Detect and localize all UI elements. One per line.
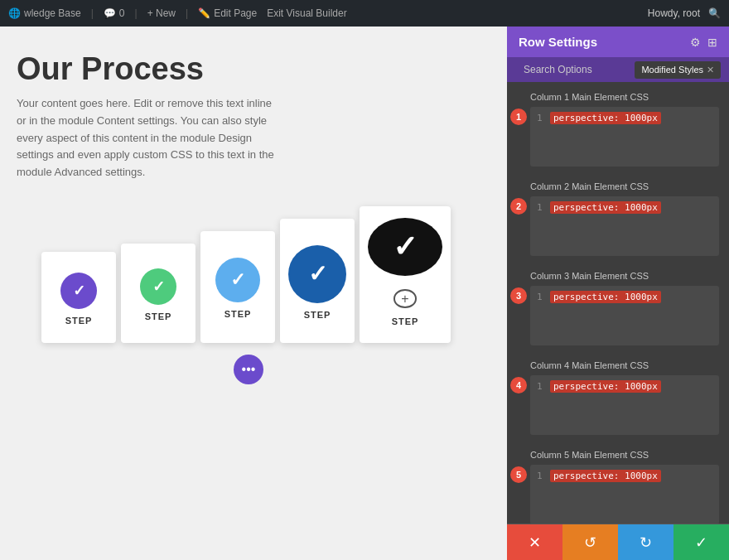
row-settings-panel: Row Settings ⚙ ⊞ Search Options Modified… [507, 27, 729, 560]
canvas: Our Process Your content goes here. Edit… [0, 27, 507, 560]
redo-icon: ↻ [640, 533, 652, 552]
comment-icon: 💬 [104, 7, 116, 19]
css-editor-1[interactable]: 1perspective: 1000px [530, 107, 719, 167]
panel-title: Row Settings [519, 35, 597, 49]
css-code-line-1: 1perspective: 1000px [537, 112, 712, 124]
add-row-button[interactable]: ••• [234, 355, 263, 384]
css-code-line-4: 1perspective: 1000px [537, 380, 712, 393]
wp-icon: 🌐 [8, 7, 21, 19]
step-card-4[interactable]: ✓ STEP [280, 219, 355, 343]
separator1: | [91, 7, 94, 19]
new-button[interactable]: + New [147, 7, 176, 19]
column-section-2: 2Column 2 Main Element CSS1perspective: … [530, 181, 719, 256]
section-number-2: 2 [510, 198, 527, 215]
css-editor-5[interactable]: 1perspective: 1000px [530, 465, 719, 524]
canvas-body-text: Your content goes here. Edit or remove t… [17, 95, 282, 181]
step-circle-2: ✓ [140, 268, 176, 305]
column-section-4: 4Column 4 Main Element CSS1perspective: … [530, 360, 719, 435]
section-label-5: Column 5 Main Element CSS [530, 450, 719, 460]
section-label-3: Column 3 Main Element CSS [530, 271, 719, 281]
topbar: 🌐 wledge Base | 💬 0 | + New | ✏️ Edit Pa… [0, 0, 729, 27]
line-num-1: 1 [537, 113, 545, 123]
line-num-3: 1 [537, 292, 545, 302]
step-card-3[interactable]: ✓ STEP [200, 231, 275, 343]
cancel-button[interactable]: ✕ [507, 524, 562, 560]
css-editor-4[interactable]: 1perspective: 1000px [530, 375, 719, 435]
line-num-2: 1 [537, 202, 545, 213]
step-label-4: STEP [304, 310, 331, 320]
line-num-5: 1 [537, 471, 545, 481]
reset-icon: ↺ [584, 533, 596, 552]
redo-button[interactable]: ↻ [618, 524, 673, 560]
cancel-icon: ✕ [529, 533, 541, 552]
columns-icon[interactable]: ⊞ [707, 36, 717, 49]
checkmark-icon-1: ✓ [73, 282, 85, 300]
css-code-text-1: perspective: 1000px [550, 112, 661, 124]
step-label-3: STEP [224, 309, 252, 319]
panel-tabs: Search Options Modified Styles ✕ [507, 57, 729, 82]
section-number-3: 3 [510, 287, 527, 304]
dots-icon: ••• [242, 362, 256, 377]
panel-content: 1Column 1 Main Element CSS1perspective: … [507, 82, 729, 524]
topbar-right: Howdy, root 🔍 [648, 7, 721, 19]
css-code-text-4: perspective: 1000px [550, 380, 661, 393]
steps-row: ✓ STEP ✓ STEP ✓ STEP ✓ [17, 206, 490, 343]
section-number-5: 5 [510, 466, 527, 483]
bottom-bar: ✕ ↺ ↻ ✓ [507, 524, 729, 560]
css-code-line-5: 1perspective: 1000px [537, 470, 712, 482]
separator2: | [135, 7, 138, 19]
tab-close-icon[interactable]: ✕ [707, 65, 714, 75]
panel-header-icons: ⚙ ⊞ [690, 36, 717, 49]
step-circle-1: ✓ [60, 273, 97, 309]
save-icon: ✓ [695, 533, 707, 552]
css-code-text-5: perspective: 1000px [550, 470, 661, 482]
line-num-4: 1 [537, 381, 545, 392]
step-label-1: STEP [65, 316, 93, 326]
step-label-2: STEP [145, 311, 172, 321]
column-section-5: 5Column 5 Main Element CSS1perspective: … [530, 450, 719, 524]
tab-search-options[interactable]: Search Options [515, 57, 601, 82]
site-name[interactable]: 🌐 wledge Base [8, 7, 81, 19]
step-card-1[interactable]: ✓ STEP [41, 252, 116, 343]
section-label-1: Column 1 Main Element CSS [530, 92, 719, 102]
tab-modified-styles[interactable]: Modified Styles ✕ [635, 61, 721, 79]
step-circle-4: ✓ [288, 245, 346, 303]
column-section-3: 3Column 3 Main Element CSS1perspective: … [530, 271, 719, 345]
column-section-1: 1Column 1 Main Element CSS1perspective: … [530, 92, 719, 167]
css-code-text-3: perspective: 1000px [550, 291, 661, 303]
section-number-4: 4 [510, 377, 527, 393]
checkmark-icon-2: ✓ [152, 278, 165, 296]
step-card-2[interactable]: ✓ STEP [121, 244, 196, 343]
section-label-2: Column 2 Main Element CSS [530, 181, 719, 191]
step-card-5[interactable]: ✓ + STEP [360, 206, 451, 343]
page-title: Our Process [17, 51, 490, 87]
settings-icon[interactable]: ⚙ [690, 36, 701, 49]
section-number-1: 1 [510, 109, 527, 125]
reset-button[interactable]: ↺ [562, 524, 618, 560]
css-code-line-2: 1perspective: 1000px [537, 201, 712, 214]
css-code-text-2: perspective: 1000px [550, 201, 661, 214]
checkmark-icon-4: ✓ [308, 260, 327, 287]
css-editor-3[interactable]: 1perspective: 1000px [530, 286, 719, 345]
howdy-label: Howdy, root [648, 7, 700, 19]
edit-page-button[interactable]: ✏️ Edit Page [198, 7, 257, 19]
checkmark-icon-5: ✓ [393, 229, 418, 264]
step-circle-3: ✓ [215, 258, 260, 302]
main-layout: Our Process Your content goes here. Edit… [0, 27, 729, 560]
step-circle-5: ✓ [368, 218, 442, 276]
pencil-icon: ✏️ [198, 7, 210, 19]
checkmark-icon-3: ✓ [230, 269, 245, 291]
column-sections: 1Column 1 Main Element CSS1perspective: … [530, 92, 719, 524]
exit-builder-button[interactable]: Exit Visual Builder [267, 7, 347, 19]
step-label-5: STEP [392, 316, 419, 326]
plus-button[interactable]: + [393, 289, 417, 308]
css-code-line-3: 1perspective: 1000px [537, 291, 712, 303]
separator3: | [186, 7, 188, 19]
panel-header: Row Settings ⚙ ⊞ [507, 27, 729, 57]
section-label-4: Column 4 Main Element CSS [530, 360, 719, 370]
css-editor-2[interactable]: 1perspective: 1000px [530, 196, 719, 256]
save-button[interactable]: ✓ [673, 524, 729, 560]
comment-button[interactable]: 💬 0 [104, 7, 125, 19]
search-icon[interactable]: 🔍 [708, 7, 721, 19]
